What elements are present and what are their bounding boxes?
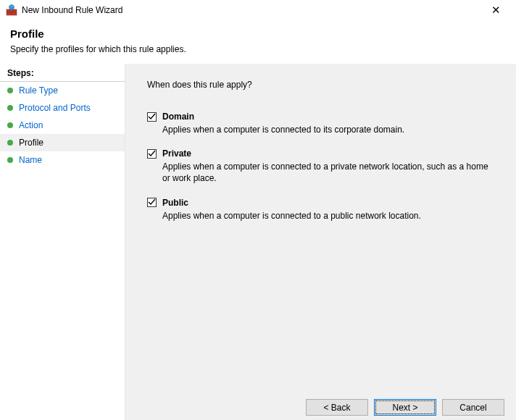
option-description: Applies when a computer is connected to …: [162, 210, 488, 222]
question-text: When does this rule apply?: [147, 80, 499, 90]
firewall-icon: [6, 4, 17, 16]
wizard-header: Profile Specify the profiles for which t…: [0, 20, 516, 63]
step-rule-type[interactable]: Rule Type: [0, 82, 125, 99]
next-button[interactable]: Next >: [374, 399, 436, 416]
steps-header: Steps:: [0, 64, 125, 82]
window-title: New Inbound Rule Wizard: [22, 5, 481, 15]
checkmark-icon: [148, 113, 156, 121]
checkbox-domain[interactable]: [147, 112, 157, 122]
step-action[interactable]: Action: [0, 117, 125, 134]
step-label: Action: [19, 120, 43, 130]
step-bullet-icon: [7, 122, 13, 128]
option-description: Applies when a computer is connected to …: [162, 161, 488, 184]
step-label: Protocol and Ports: [19, 103, 91, 113]
close-button[interactable]: ✕: [481, 4, 510, 17]
step-label: Profile: [19, 138, 43, 148]
checkbox-public[interactable]: [147, 198, 157, 207]
step-label: Rule Type: [19, 85, 58, 96]
step-name[interactable]: Name: [0, 151, 125, 169]
steps-sidebar: Steps: Rule Type Protocol and Ports Acti…: [0, 64, 125, 420]
page-subtitle: Specify the profiles for which this rule…: [10, 44, 506, 54]
option-public: Public Applies when a computer is connec…: [147, 198, 499, 222]
step-profile[interactable]: Profile: [0, 134, 125, 151]
checkmark-icon: [148, 150, 156, 158]
step-protocol-and-ports[interactable]: Protocol and Ports: [0, 99, 125, 117]
step-bullet-icon: [7, 105, 13, 111]
svg-point-5: [9, 5, 14, 10]
button-row: < Back Next > Cancel: [125, 392, 516, 420]
step-bullet-icon: [7, 157, 13, 163]
step-bullet-icon: [7, 88, 13, 93]
cancel-button[interactable]: Cancel: [442, 399, 504, 416]
back-button[interactable]: < Back: [306, 399, 368, 416]
page-title: Profile: [10, 28, 506, 40]
main-panel: When does this rule apply? Domain Applie…: [125, 64, 516, 420]
option-description: Applies when a computer is connected to …: [162, 124, 488, 135]
option-label: Public: [162, 198, 188, 208]
option-domain: Domain Applies when a computer is connec…: [147, 112, 499, 135]
checkbox-private[interactable]: [147, 149, 157, 159]
checkmark-icon: [148, 198, 156, 206]
step-label: Name: [19, 155, 42, 165]
option-private: Private Applies when a computer is conne…: [147, 148, 499, 184]
step-bullet-icon: [7, 140, 13, 146]
option-label: Domain: [162, 112, 194, 122]
option-label: Private: [162, 148, 191, 159]
titlebar: New Inbound Rule Wizard ✕: [0, 0, 516, 20]
